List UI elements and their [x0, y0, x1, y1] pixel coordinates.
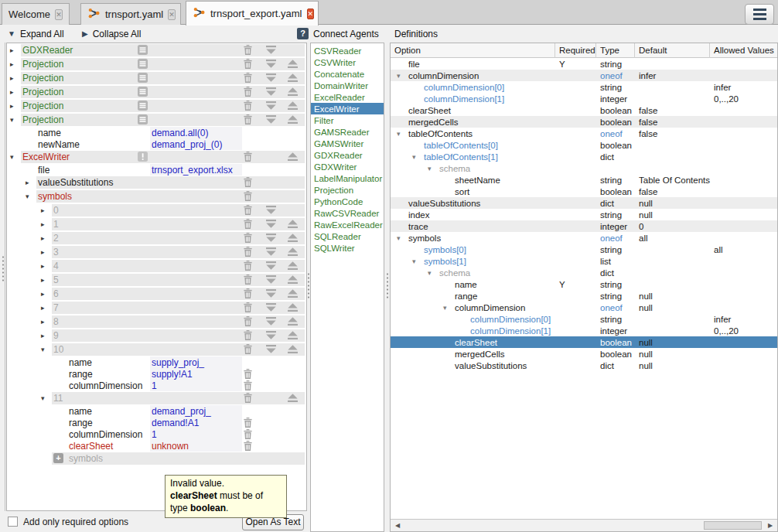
agent-list-item-labelmanipulator[interactable]: LabelManipulator — [311, 172, 384, 184]
move-down-icon[interactable] — [264, 302, 278, 313]
move-up-icon[interactable] — [286, 114, 300, 125]
definition-row[interactable]: indexstringnull — [391, 209, 777, 220]
definition-row[interactable]: rangestringnull — [391, 290, 777, 302]
expander-icon[interactable]: ▾ — [397, 234, 401, 242]
add-icon[interactable]: + — [53, 453, 63, 463]
expander-icon[interactable]: ▸ — [41, 273, 50, 287]
expand-all-button[interactable]: ▼ Expand All — [8, 25, 64, 43]
delete-icon[interactable] — [243, 87, 257, 97]
move-down-icon[interactable] — [264, 205, 278, 216]
expander-icon[interactable]: ▾ — [397, 130, 401, 138]
tree-node-row[interactable]: ▸Projection — [7, 99, 306, 113]
close-icon[interactable]: ✕ — [307, 9, 315, 19]
tree-value[interactable]: trnsport_export.xlsx — [152, 164, 233, 176]
move-down-icon[interactable] — [264, 233, 278, 244]
definition-row[interactable]: fileYstring — [391, 58, 777, 70]
tree-value[interactable]: demand_proj_(0) — [152, 138, 222, 150]
agent-list-item-domainwriter[interactable]: DomainWriter — [311, 80, 384, 91]
expander-icon[interactable]: ▾ — [10, 150, 19, 164]
move-down-icon[interactable] — [264, 288, 278, 299]
expander-icon[interactable]: ▾ — [412, 257, 416, 265]
delete-icon[interactable] — [243, 393, 257, 404]
move-up-icon[interactable] — [286, 302, 300, 313]
close-icon[interactable]: ✕ — [55, 9, 63, 20]
agent-list-item-gamswriter[interactable]: GAMSWriter — [311, 138, 384, 149]
close-icon[interactable]: ✕ — [168, 9, 176, 20]
move-down-icon[interactable] — [264, 45, 278, 56]
definition-row[interactable]: columnDimension[1]integer0,..,20 — [391, 325, 777, 336]
delete-icon[interactable] — [243, 59, 257, 70]
tree-node-row[interactable]: ▾11 — [7, 391, 306, 405]
definition-row[interactable]: ▾symbols[1]list — [391, 255, 777, 267]
tree-node-row[interactable]: ▾Projection — [7, 113, 306, 127]
agent-list-item-filter[interactable]: Filter — [311, 114, 384, 126]
definition-row[interactable]: ▾tableOfContents[1]dict — [391, 151, 777, 162]
expander-icon[interactable]: ▸ — [41, 217, 50, 231]
tree-node-row[interactable]: ▸Projection — [7, 71, 306, 85]
delete-icon[interactable] — [243, 233, 257, 244]
definition-row[interactable]: columnDimension[1]integer0,..,20 — [391, 93, 777, 104]
expander-icon[interactable]: ▾ — [41, 343, 50, 356]
definition-row[interactable]: ▾schema — [391, 162, 777, 174]
definition-row[interactable]: ▾columnDimensiononeofinfer — [391, 70, 777, 81]
move-up-icon[interactable] — [286, 393, 300, 404]
delete-icon[interactable] — [243, 302, 257, 313]
tree-value[interactable]: 1 — [152, 380, 157, 391]
delete-icon[interactable] — [243, 330, 257, 341]
move-down-icon[interactable] — [264, 87, 278, 97]
agent-list-item-projection[interactable]: Projection — [311, 184, 384, 196]
definition-row[interactable]: ▾columnDimensiononeofnull — [391, 302, 777, 313]
tree-node-row[interactable]: ▸Projection — [7, 57, 306, 71]
agent-list-item-excelwriter[interactable]: ExcelWriter — [311, 103, 384, 114]
move-up-icon[interactable] — [286, 101, 300, 111]
definition-row[interactable]: valueSubstitutionsdictnull — [391, 360, 777, 371]
expander-icon[interactable]: ▸ — [41, 231, 50, 245]
document-icon[interactable] — [137, 101, 150, 112]
definition-row[interactable]: ▾symbolsoneofall — [391, 232, 777, 244]
expander-icon[interactable]: ▾ — [443, 304, 447, 312]
delete-icon[interactable] — [243, 45, 257, 56]
document-icon[interactable] — [137, 73, 150, 84]
tree-value[interactable]: 1 — [152, 428, 157, 440]
move-up-icon[interactable] — [286, 247, 300, 257]
delete-icon[interactable] — [243, 191, 257, 202]
tab-trnsport-yaml[interactable]: trnsport.yaml ✕ — [80, 3, 181, 25]
tree-node-row[interactable]: ▸7 — [7, 301, 306, 315]
move-down-icon[interactable] — [264, 316, 278, 327]
move-down-icon[interactable] — [264, 101, 278, 111]
warning-icon[interactable] — [137, 152, 150, 163]
document-icon[interactable] — [137, 59, 150, 70]
move-down-icon[interactable] — [264, 275, 278, 285]
definition-row[interactable]: columnDimension[0]stringinfer — [391, 313, 777, 325]
definition-row[interactable]: mergedCellsbooleannull — [391, 348, 777, 360]
move-down-icon[interactable] — [264, 114, 278, 125]
move-up-icon[interactable] — [286, 59, 300, 70]
splitter-handle-left[interactable] — [2, 255, 5, 283]
agent-list-item-excelreader[interactable]: ExcelReader — [311, 91, 384, 103]
agent-list-item-gamsreader[interactable]: GAMSReader — [311, 126, 384, 138]
expander-icon[interactable]: ▸ — [41, 203, 50, 217]
expander-icon[interactable]: ▸ — [10, 71, 19, 85]
move-up-icon[interactable] — [286, 316, 300, 327]
expander-icon[interactable]: ▾ — [412, 153, 416, 161]
tree-node-row[interactable]: ▾10 — [7, 343, 306, 356]
splitter-handle-right[interactable] — [386, 272, 389, 300]
agent-list-item-gdxwriter[interactable]: GDXWriter — [311, 161, 384, 172]
delete-icon[interactable] — [243, 429, 257, 440]
delete-icon[interactable] — [243, 101, 257, 111]
expander-icon[interactable]: ▾ — [428, 269, 432, 277]
tree-node-row[interactable]: ▸Projection — [7, 85, 306, 99]
delete-icon[interactable] — [243, 380, 257, 391]
scroll-left-button[interactable]: ◀ — [392, 520, 403, 531]
delete-icon[interactable] — [243, 369, 257, 380]
tree-value[interactable]: demand.all(0) — [152, 127, 208, 138]
tree-node-row[interactable]: ▸valueSubstitutions — [7, 176, 306, 189]
scroll-right-button[interactable]: ▶ — [765, 520, 776, 531]
expander-icon[interactable]: ▾ — [26, 189, 35, 203]
delete-icon[interactable] — [243, 73, 257, 84]
agent-list-item-csvwriter[interactable]: CSVWriter — [311, 56, 384, 68]
move-up-icon[interactable] — [286, 275, 300, 285]
delete-icon[interactable] — [243, 205, 257, 216]
move-down-icon[interactable] — [264, 344, 278, 355]
agent-list-item-concatenate[interactable]: Concatenate — [311, 68, 384, 80]
